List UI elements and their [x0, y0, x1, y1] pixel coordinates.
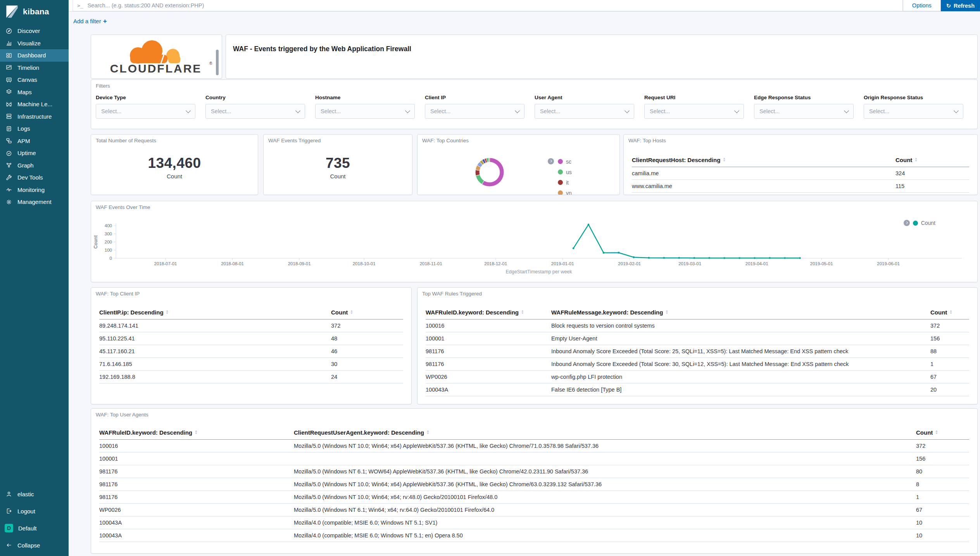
column-header-count[interactable]: Count▲▼ — [916, 426, 969, 440]
sidebar-item-management[interactable]: Management — [0, 196, 69, 208]
table-cell — [294, 452, 916, 465]
filter-select-origin-response-status[interactable]: Select... — [864, 104, 963, 119]
select-placeholder: Select... — [869, 108, 889, 114]
sidebar-item-dashboard[interactable]: Dashboard — [0, 49, 69, 62]
sort-icon[interactable]: ▲▼ — [914, 157, 917, 162]
column-header-wafruleid-keyword-descending[interactable]: WAFRuleID.keyword: Descending▲▼ — [99, 426, 294, 440]
sort-icon[interactable]: ▲▼ — [935, 430, 938, 435]
filter-label: Edge Response Status — [754, 95, 854, 100]
countries-donut-chart[interactable] — [418, 135, 557, 194]
table-cell: 115 — [895, 180, 969, 193]
sidebar-item-infrastructure[interactable]: Infrastructure — [0, 111, 69, 123]
sidebar-item-visualize[interactable]: Visualize — [0, 37, 69, 50]
svg-text:100: 100 — [105, 248, 112, 252]
top-hosts-panel: WAF: Top Hosts ClientRequestHost: Descen… — [623, 134, 978, 195]
sidebar-item-dev-tools[interactable]: Dev Tools — [0, 171, 69, 184]
kibana-logo[interactable]: kibana — [0, 0, 69, 23]
column-header-clientip-ip-descending[interactable]: ClientIP.ip: Descending▲▼ — [99, 306, 331, 319]
sidebar-item-apm[interactable]: APM — [0, 135, 69, 147]
options-button[interactable]: Options — [903, 0, 941, 11]
table-cell: 100001 — [99, 452, 294, 465]
legend-item-sc[interactable]: sc — [558, 156, 572, 167]
legend-item-vn[interactable]: vn — [558, 188, 572, 195]
sort-icon[interactable]: ▲▼ — [350, 310, 353, 315]
legend-series-label[interactable]: Count — [921, 220, 935, 226]
legend-label[interactable]: us — [566, 169, 572, 175]
legend-dot — [558, 159, 563, 164]
filter-group-hostname: HostnameSelect... — [315, 95, 415, 119]
sort-icon[interactable]: ▲▼ — [521, 310, 524, 315]
column-header-count[interactable]: Count▲▼ — [930, 306, 969, 319]
sidebar-item-elastic[interactable]: elastic — [0, 485, 69, 502]
table-cell: Mozilla/5.0 (Windows NT 10.0; Win64; x64… — [294, 491, 916, 504]
sidebar-item-logs[interactable]: Logs — [0, 123, 69, 135]
legend-label[interactable]: sc — [566, 159, 571, 165]
filter-select-device-type[interactable]: Select... — [96, 104, 195, 119]
column-header-clientrequestuseragent-keyword-descending[interactable]: ClientRequestUserAgent.keyword: Descendi… — [294, 426, 916, 440]
table-cell: 67 — [916, 504, 969, 516]
filter-select-edge-response-status[interactable]: Select... — [754, 104, 854, 119]
column-header-wafruleid-keyword-descending[interactable]: WAFRuleID.keyword: Descending▲▼ — [426, 306, 551, 319]
table-cell: 981176 — [99, 478, 294, 491]
legend-label[interactable]: vn — [566, 190, 572, 195]
sidebar-item-uptime[interactable]: Uptime — [0, 147, 69, 159]
time-chart-legend[interactable]: Count — [904, 220, 935, 226]
dashboard-title: WAF - Events triggered by the Web Applic… — [233, 45, 411, 53]
table-cell: 8 — [916, 478, 969, 491]
donut-slice-9[interactable] — [488, 158, 490, 162]
donut-slice-us[interactable] — [476, 174, 484, 184]
chevron-down-icon — [954, 108, 959, 113]
sidebar-item-machine-le[interactable]: Machine Le... — [0, 98, 69, 111]
panel-title: Top WAF Rules Triggered — [422, 291, 482, 297]
sidebar-item-timelion[interactable]: Timelion — [0, 62, 69, 74]
column-header-count[interactable]: Count▲▼ — [895, 154, 969, 167]
filter-label: Device Type — [96, 95, 195, 100]
legend-item-us[interactable]: us — [558, 167, 572, 177]
filter-select-request-uri[interactable]: Select... — [644, 104, 744, 119]
column-header-wafrulemessage-keyword-descending[interactable]: WAFRuleMessage.keyword: Descending▲▼ — [551, 306, 930, 319]
sort-icon[interactable]: ▲▼ — [723, 157, 725, 162]
panel-scrollbar[interactable] — [216, 50, 219, 75]
search-box[interactable]: >_ — [72, 0, 903, 11]
donut-slice-it[interactable] — [475, 170, 480, 176]
sidebar-item-graph[interactable]: Graph — [0, 159, 69, 172]
table-cell: 981176 — [426, 345, 551, 358]
discover-icon — [5, 28, 12, 35]
refresh-label: Refresh — [954, 3, 975, 9]
legend-chevron-icon[interactable] — [904, 220, 910, 226]
table-cell: Mozilla/5.0 (Windows NT 10.0; Win64; x64… — [294, 478, 916, 491]
sort-icon[interactable]: ▲▼ — [426, 430, 429, 435]
sidebar-item-maps[interactable]: Maps — [0, 86, 69, 98]
sort-icon[interactable]: ▲▼ — [949, 310, 952, 315]
sidebar-item-monitoring[interactable]: Monitoring — [0, 184, 69, 196]
legend-chevron-icon[interactable] — [548, 158, 554, 164]
sidebar-item-collapse[interactable]: Collapse — [0, 537, 69, 554]
svg-text:2018-12-01: 2018-12-01 — [484, 261, 507, 266]
sort-icon[interactable]: ▲▼ — [166, 310, 169, 315]
space-badge: D — [5, 524, 13, 532]
table-cell: 24 — [331, 371, 403, 383]
refresh-button[interactable]: ↻ Refresh — [941, 0, 980, 11]
sort-icon[interactable]: ▲▼ — [665, 310, 668, 315]
search-input[interactable] — [87, 2, 898, 9]
filter-label: Origin Response Status — [864, 95, 963, 100]
legend-item-it[interactable]: it — [558, 177, 572, 188]
add-filter-link[interactable]: Add a filter+ — [73, 17, 107, 25]
filter-label: User Agent — [535, 95, 634, 100]
filter-select-hostname[interactable]: Select... — [315, 104, 415, 119]
countries-legend: scusitvn — [558, 156, 572, 195]
sidebar-item-canvas[interactable]: Canvas — [0, 74, 69, 86]
sort-icon[interactable]: ▲▼ — [195, 430, 197, 435]
sidebar-item-default[interactable]: DDefault — [0, 520, 69, 537]
filter-select-user-agent[interactable]: Select... — [535, 104, 634, 119]
filter-select-client-ip[interactable]: Select... — [425, 104, 525, 119]
filter-select-country[interactable]: Select... — [205, 104, 305, 119]
column-header-count[interactable]: Count▲▼ — [331, 306, 403, 319]
events-over-time-chart: 01002003004002018-07-012018-08-012018-09… — [91, 201, 977, 281]
sidebar-item-discover[interactable]: Discover — [0, 25, 69, 37]
metric-label: Count — [167, 173, 182, 180]
sidebar-item-logout[interactable]: Logout — [0, 502, 69, 520]
column-header-clientrequesthost-descending[interactable]: ClientRequestHost: Descending▲▼ — [632, 154, 895, 167]
timelion-icon — [5, 64, 12, 71]
legend-label[interactable]: it — [566, 180, 569, 186]
